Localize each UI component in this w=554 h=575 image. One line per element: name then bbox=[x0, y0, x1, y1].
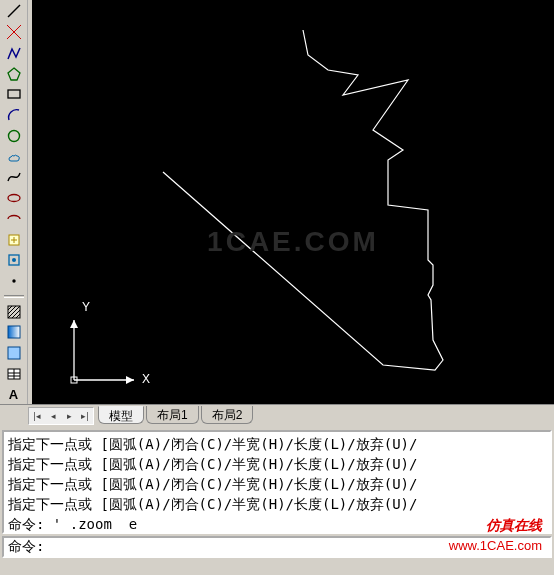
ellipse-icon[interactable] bbox=[3, 189, 25, 208]
tab-layout2[interactable]: 布局2 bbox=[201, 406, 254, 424]
insert-block-icon[interactable] bbox=[3, 230, 25, 249]
tab-model[interactable]: 模型 bbox=[98, 406, 144, 424]
tab-nav-buttons: |◂ ◂ ▸ ▸| bbox=[28, 407, 94, 425]
command-history-line: 指定下一点或 [圆弧(A)/闭合(C)/半宽(H)/长度(L)/放弃(U)/ bbox=[8, 454, 546, 474]
command-history: 指定下一点或 [圆弧(A)/闭合(C)/半宽(H)/长度(L)/放弃(U)/ 指… bbox=[2, 430, 552, 534]
drawing-area-wrap: 1CAE.COM X Y bbox=[28, 0, 554, 404]
svg-point-11 bbox=[12, 258, 16, 262]
svg-line-18 bbox=[16, 314, 20, 318]
revision-cloud-icon[interactable] bbox=[3, 147, 25, 166]
text-icon[interactable]: A bbox=[3, 385, 25, 404]
polyline-drawing bbox=[163, 30, 443, 370]
command-history-line: 指定下一点或 [圆弧(A)/闭合(C)/半宽(H)/长度(L)/放弃(U)/ bbox=[8, 474, 546, 494]
svg-marker-3 bbox=[8, 68, 20, 80]
tab-nav-next-icon[interactable]: ▸ bbox=[61, 408, 77, 424]
command-history-line: 指定下一点或 [圆弧(A)/闭合(C)/半宽(H)/长度(L)/放弃(U)/ bbox=[8, 434, 546, 454]
svg-line-17 bbox=[12, 310, 20, 318]
svg-marker-28 bbox=[70, 320, 78, 328]
polygon-icon[interactable] bbox=[3, 64, 25, 83]
make-block-icon[interactable] bbox=[3, 251, 25, 270]
tab-nav-prev-icon[interactable]: ◂ bbox=[45, 408, 61, 424]
svg-point-6 bbox=[8, 195, 20, 202]
ucs-x-label: X bbox=[142, 372, 150, 386]
tab-strip: |◂ ◂ ▸ ▸| 模型 布局1 布局2 bbox=[0, 404, 554, 426]
svg-rect-19 bbox=[8, 326, 20, 338]
svg-line-0 bbox=[8, 5, 20, 17]
draw-toolbar: A bbox=[0, 0, 28, 404]
spline-icon[interactable] bbox=[3, 168, 25, 187]
command-history-line: 指定下一点或 [圆弧(A)/闭合(C)/半宽(H)/长度(L)/放弃(U)/ bbox=[8, 494, 546, 514]
watermark-url: www.1CAE.com bbox=[449, 538, 542, 553]
hatch-icon[interactable] bbox=[3, 302, 25, 321]
svg-rect-20 bbox=[8, 347, 20, 359]
svg-point-5 bbox=[8, 130, 19, 141]
table-icon[interactable] bbox=[3, 364, 25, 383]
command-history-line: 命令: '_.zoom _e bbox=[8, 514, 546, 534]
tab-nav-last-icon[interactable]: ▸| bbox=[77, 408, 93, 424]
svg-marker-26 bbox=[126, 376, 134, 384]
svg-rect-4 bbox=[8, 90, 20, 98]
svg-point-12 bbox=[12, 279, 15, 282]
tab-layout1[interactable]: 布局1 bbox=[146, 406, 199, 424]
ellipse-arc-icon[interactable] bbox=[3, 210, 25, 229]
svg-line-14 bbox=[8, 306, 12, 310]
svg-line-15 bbox=[8, 306, 16, 314]
drawing-canvas[interactable]: 1CAE.COM X Y bbox=[32, 0, 554, 404]
canvas-watermark: 1CAE.COM bbox=[207, 226, 379, 258]
circle-icon[interactable] bbox=[3, 127, 25, 146]
command-prompt: 命令: bbox=[8, 538, 44, 556]
rectangle-icon[interactable] bbox=[3, 85, 25, 104]
construction-line-icon[interactable] bbox=[3, 23, 25, 42]
tab-nav-first-icon[interactable]: |◂ bbox=[29, 408, 45, 424]
region-icon[interactable] bbox=[3, 344, 25, 363]
arc-icon[interactable] bbox=[3, 106, 25, 125]
toolbar-separator bbox=[4, 295, 24, 299]
watermark-brand: 仿真在线 bbox=[486, 517, 542, 535]
polyline-icon[interactable] bbox=[3, 44, 25, 63]
ucs-y-label: Y bbox=[82, 300, 90, 314]
point-icon[interactable] bbox=[3, 272, 25, 291]
line-icon[interactable] bbox=[3, 2, 25, 21]
gradient-icon[interactable] bbox=[3, 323, 25, 342]
